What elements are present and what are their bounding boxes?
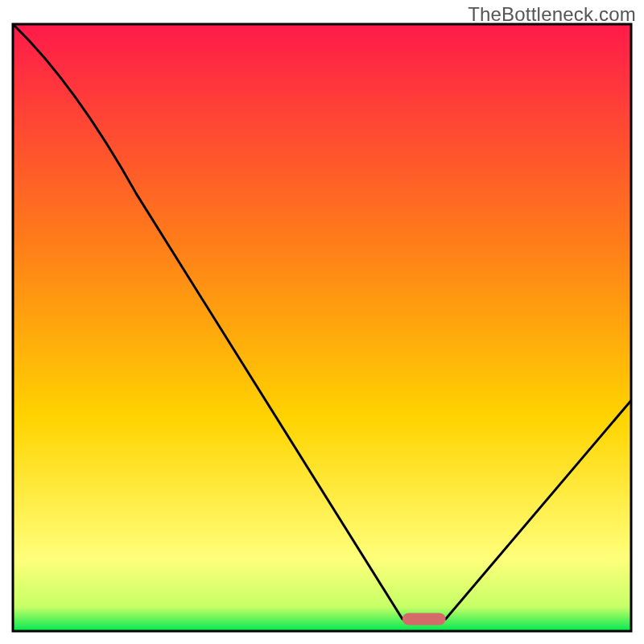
plot-background	[13, 24, 631, 631]
chart-svg	[0, 0, 644, 644]
watermark-text: TheBottleneck.com	[468, 3, 636, 26]
bottleneck-chart: TheBottleneck.com	[0, 0, 644, 644]
optimal-marker	[402, 613, 446, 625]
